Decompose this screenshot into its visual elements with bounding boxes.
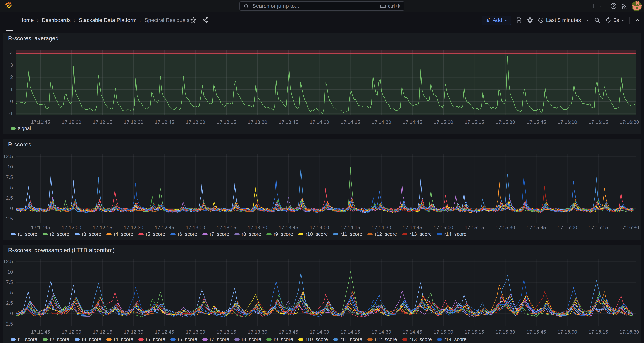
timeseries-plot[interactable] [16,50,636,115]
chevron-down-icon [598,4,602,8]
share-icon[interactable] [202,17,209,24]
legend-label: r13_score [410,336,432,342]
chevron-down-icon [504,18,508,22]
x-tick-label: 17:12:30 [120,119,146,125]
y-tick-label: 5 [3,290,13,295]
y-tick-label: 12.5 [3,154,13,159]
breadcrumb-dashboards[interactable]: Dashboards [42,17,70,23]
time-range-picker[interactable]: Last 5 minutes [538,17,590,23]
x-tick-label: 17:12:45 [152,329,178,335]
zoom-out-icon[interactable] [594,17,600,24]
global-search[interactable]: ctrl+k [240,2,404,11]
x-tick-label: 17:16:15 [585,119,611,125]
x-tick-label: 17:15:45 [524,329,550,335]
top-navigation-bar: ctrl+k [0,0,644,12]
legend-swatch [202,233,208,235]
legend-item[interactable]: r11_score [333,336,362,342]
refresh-controls[interactable]: 5s [605,17,625,24]
legend-item[interactable]: r7_score [202,336,229,342]
y-tick-label: 10 [3,164,13,170]
legend-item[interactable]: r2_score [42,336,69,342]
legend-item[interactable]: r13_score [402,336,432,342]
x-tick-label: 17:15:00 [430,119,456,125]
legend-item[interactable]: r8_score [234,231,261,237]
panel-add-icon [485,17,491,23]
avatar[interactable] [632,1,642,11]
y-tick-label: 7.5 [3,279,13,285]
legend-swatch [333,233,338,235]
legend-swatch [333,338,338,340]
x-tick-label: 17:15:15 [461,225,487,230]
legend-item[interactable]: r13_score [402,231,432,237]
legend-item[interactable]: r10_score [298,231,328,237]
help-icon[interactable] [610,3,617,10]
legend-label: r3_score [82,231,101,237]
timeseries-plot[interactable] [16,154,636,223]
x-tick-label: 17:11:45 [28,119,54,125]
legend-item[interactable]: r8_score [234,336,261,342]
legend-label: r6_score [178,336,197,342]
panel-rscores-averaged: R-scores: averaged 43210-1 17:11:4517:12… [3,33,641,134]
panel-rscores: R-scores 12.5107.552.50-2.5 17:11:4517:1… [3,139,641,240]
y-tick-label: -2.5 [3,216,13,222]
legend-label: signal [18,126,31,131]
legend-item[interactable]: r2_score [42,231,69,237]
save-icon[interactable] [516,17,522,24]
legend-swatch [10,233,16,235]
new-plus-button[interactable] [591,3,602,9]
legend-item[interactable]: r3_score [74,336,101,342]
legend-item[interactable]: r10_score [298,336,328,342]
x-tick-label: 17:15:30 [492,119,518,125]
star-icon[interactable] [190,17,197,24]
grafana-logo[interactable] [4,2,14,11]
legend-item[interactable]: r1_score [10,336,37,342]
news-rss-icon[interactable] [621,3,628,10]
refresh-icon[interactable] [605,17,612,24]
x-tick-label: 17:13:15 [214,225,240,230]
legend-swatch [170,233,176,235]
breadcrumb-home[interactable]: Home [19,17,34,23]
timeseries-plot[interactable] [16,259,636,326]
legend-item[interactable]: r4_score [106,231,133,237]
legend-swatch [138,338,144,340]
legend-swatch [234,338,240,340]
search-input[interactable] [252,3,380,9]
legend-item[interactable]: r12_score [368,231,397,237]
keyboard-icon [380,3,386,9]
x-tick-label: 17:15:30 [492,329,518,335]
y-tick-label: 10 [3,269,13,275]
legend-swatch [298,233,304,235]
clock-icon [538,17,544,23]
legend-label: r10_score [306,231,328,237]
panel-title: R-scores [8,141,31,148]
legend-item[interactable]: r6_score [170,336,197,342]
legend-label: r7_score [210,231,229,237]
x-tick-label: 17:15:30 [492,225,518,230]
legend-label: r13_score [410,231,432,237]
legend-item[interactable]: r1_score [10,231,37,237]
x-tick-label: 17:13:45 [276,329,302,335]
gear-icon[interactable] [527,17,533,24]
legend-item[interactable]: r5_score [138,231,165,237]
add-panel-button[interactable]: Add [482,16,511,25]
legend-item[interactable]: r9_score [266,336,293,342]
legend-item[interactable]: r6_score [170,231,197,237]
legend-item[interactable]: r12_score [368,336,397,342]
legend-item[interactable]: r14_score [437,231,466,237]
legend-item[interactable]: r4_score [106,336,133,342]
y-tick-label: 7.5 [3,174,13,180]
legend-label: r3_score [82,336,101,342]
legend-item[interactable]: r9_score [266,231,293,237]
breadcrumb-folder[interactable]: Stackable Data Platform [79,17,136,23]
legend-item[interactable]: r7_score [202,231,229,237]
legend-label: r8_score [242,231,261,237]
legend-item[interactable]: signal [10,126,31,131]
legend-swatch [10,127,16,130]
legend-label: r14_score [444,336,466,342]
chevron-up-icon[interactable] [634,17,640,23]
legend-item[interactable]: r14_score [437,336,466,342]
legend-item[interactable]: r3_score [74,231,101,237]
x-tick-label: 17:11:45 [28,225,54,230]
legend-item[interactable]: r5_score [138,336,165,342]
legend-item[interactable]: r11_score [333,231,362,237]
